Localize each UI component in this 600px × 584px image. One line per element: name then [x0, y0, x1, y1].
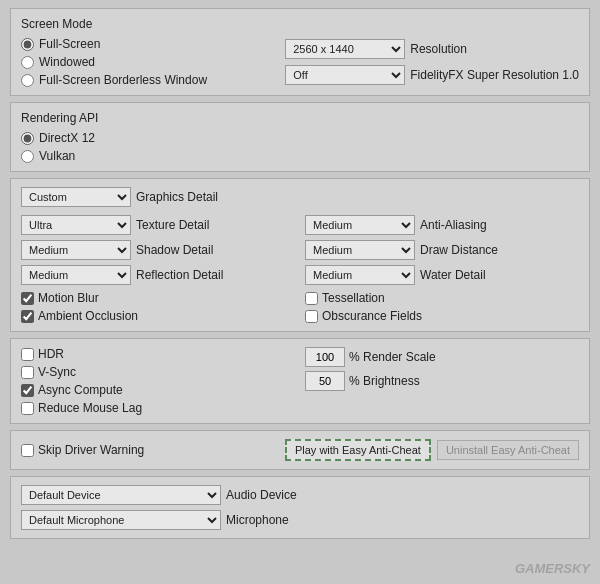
directx12-label: DirectX 12 — [39, 131, 95, 145]
motion-blur-checkbox[interactable] — [21, 292, 34, 305]
windowed-label: Windowed — [39, 55, 95, 69]
microphone-select[interactable]: Default Microphone — [21, 510, 221, 530]
brightness-label: % Brightness — [349, 374, 420, 388]
directx12-radio[interactable] — [21, 132, 34, 145]
async-compute-label: Async Compute — [38, 383, 123, 397]
render-scale-input[interactable] — [305, 347, 345, 367]
hdr-label: HDR — [38, 347, 64, 361]
reflection-label: Reflection Detail — [136, 268, 223, 282]
async-compute-checkbox[interactable] — [21, 384, 34, 397]
windowed-radio[interactable] — [21, 56, 34, 69]
texture-label: Texture Detail — [136, 218, 209, 232]
reduce-mouse-lag-label: Reduce Mouse Lag — [38, 401, 142, 415]
water-select[interactable]: Medium — [305, 265, 415, 285]
draw-distance-label: Draw Distance — [420, 243, 498, 257]
play-anticheat-button[interactable]: Play with Easy Anti-Cheat — [285, 439, 431, 461]
vulkan-label: Vulkan — [39, 149, 75, 163]
fullscreen-radio[interactable] — [21, 38, 34, 51]
water-label: Water Detail — [420, 268, 486, 282]
reflection-select[interactable]: Medium — [21, 265, 131, 285]
fsr-label: FidelityFX Super Resolution 1.0 — [410, 68, 579, 82]
tessellation-label: Tessellation — [322, 291, 385, 305]
motion-blur-label: Motion Blur — [38, 291, 99, 305]
vulkan-radio[interactable] — [21, 150, 34, 163]
brightness-input[interactable] — [305, 371, 345, 391]
graphics-preset-select[interactable]: Custom — [21, 187, 131, 207]
ambient-occlusion-checkbox[interactable] — [21, 310, 34, 323]
obscurance-fields-checkbox[interactable] — [305, 310, 318, 323]
shadow-select[interactable]: Medium — [21, 240, 131, 260]
resolution-select[interactable]: 2560 x 1440 — [285, 39, 405, 59]
skip-driver-warning-label: Skip Driver Warning — [38, 443, 144, 457]
skip-driver-warning-checkbox[interactable] — [21, 444, 34, 457]
texture-select[interactable]: Ultra — [21, 215, 131, 235]
vsync-checkbox[interactable] — [21, 366, 34, 379]
borderless-label: Full-Screen Borderless Window — [39, 73, 207, 87]
watermark: GAMERSKY — [515, 561, 590, 576]
obscurance-fields-label: Obscurance Fields — [322, 309, 422, 323]
reduce-mouse-lag-checkbox[interactable] — [21, 402, 34, 415]
shadow-label: Shadow Detail — [136, 243, 213, 257]
antialiasing-label: Anti-Aliasing — [420, 218, 487, 232]
microphone-label: Microphone — [226, 513, 289, 527]
fullscreen-label: Full-Screen — [39, 37, 100, 51]
ambient-occlusion-label: Ambient Occlusion — [38, 309, 138, 323]
rendering-api-title: Rendering API — [21, 111, 579, 125]
fsr-select[interactable]: Off — [285, 65, 405, 85]
screen-mode-title: Screen Mode — [21, 17, 579, 31]
graphics-preset-label: Graphics Detail — [136, 190, 218, 204]
vsync-label: V-Sync — [38, 365, 76, 379]
resolution-label: Resolution — [410, 42, 467, 56]
audio-device-select[interactable]: Default Device — [21, 485, 221, 505]
hdr-checkbox[interactable] — [21, 348, 34, 361]
render-scale-label: % Render Scale — [349, 350, 436, 364]
tessellation-checkbox[interactable] — [305, 292, 318, 305]
audio-device-label: Audio Device — [226, 488, 297, 502]
antialiasing-select[interactable]: Medium — [305, 215, 415, 235]
borderless-radio[interactable] — [21, 74, 34, 87]
draw-distance-select[interactable]: Medium — [305, 240, 415, 260]
uninstall-anticheat-button[interactable]: Uninstall Easy Anti-Cheat — [437, 440, 579, 460]
